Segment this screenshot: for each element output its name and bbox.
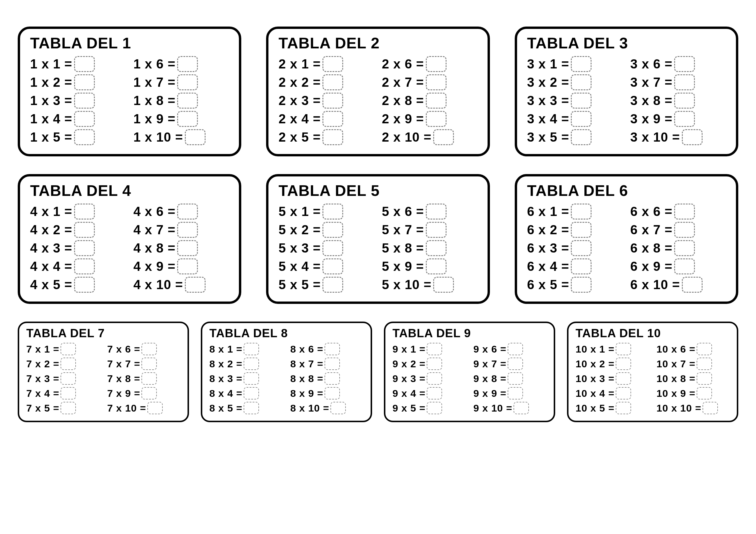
answer-box[interactable] [674,222,695,238]
answer-box[interactable] [61,387,76,399]
answer-box[interactable] [426,240,446,256]
answer-box[interactable] [61,358,76,370]
answer-box[interactable] [142,387,157,399]
answer-box[interactable] [571,240,591,256]
answer-box[interactable] [433,277,454,293]
answer-box[interactable] [674,93,695,109]
answer-box[interactable] [571,204,591,219]
answer-box[interactable] [427,402,442,414]
answer-box[interactable] [508,343,523,355]
answer-box[interactable] [185,277,205,293]
answer-box[interactable] [74,74,95,90]
answer-box[interactable] [674,258,695,274]
answer-box[interactable] [426,56,446,72]
answer-box[interactable] [325,387,340,399]
answer-box[interactable] [674,204,695,219]
answer-box[interactable] [177,204,198,219]
answer-box[interactable] [244,358,259,370]
answer-box[interactable] [322,240,343,256]
answer-box[interactable] [674,74,695,90]
answer-box[interactable] [508,387,523,399]
answer-box[interactable] [148,402,163,414]
answer-box[interactable] [697,387,712,399]
answer-box[interactable] [426,222,446,238]
answer-box[interactable] [325,358,340,370]
answer-box[interactable] [427,358,442,370]
answer-box[interactable] [426,74,446,90]
answer-box[interactable] [674,56,695,72]
answer-box[interactable] [682,129,703,145]
answer-box[interactable] [74,222,95,238]
answer-box[interactable] [674,240,695,256]
answer-box[interactable] [322,258,343,274]
answer-box[interactable] [616,402,631,414]
answer-box[interactable] [571,56,591,72]
answer-box[interactable] [325,372,340,385]
answer-box[interactable] [682,277,703,293]
answer-box[interactable] [142,358,157,370]
answer-box[interactable] [571,111,591,127]
answer-box[interactable] [74,111,95,127]
answer-box[interactable] [74,204,95,219]
answer-box[interactable] [142,343,157,355]
answer-box[interactable] [571,129,591,145]
answer-box[interactable] [244,402,259,414]
answer-box[interactable] [571,258,591,274]
answer-box[interactable] [177,56,198,72]
answer-box[interactable] [177,240,198,256]
answer-box[interactable] [571,222,591,238]
answer-box[interactable] [74,258,95,274]
answer-box[interactable] [244,387,259,399]
answer-box[interactable] [61,343,76,355]
answer-box[interactable] [177,93,198,109]
answer-box[interactable] [74,129,95,145]
answer-box[interactable] [322,277,343,293]
answer-box[interactable] [616,372,631,385]
answer-box[interactable] [322,111,343,127]
answer-box[interactable] [177,74,198,90]
answer-box[interactable] [244,343,259,355]
answer-box[interactable] [427,343,442,355]
answer-box[interactable] [74,277,95,293]
answer-box[interactable] [508,372,523,385]
answer-box[interactable] [185,129,205,145]
answer-box[interactable] [322,93,343,109]
answer-box[interactable] [74,240,95,256]
answer-box[interactable] [697,372,712,385]
answer-box[interactable] [74,93,95,109]
answer-box[interactable] [697,358,712,370]
answer-box[interactable] [177,111,198,127]
answer-box[interactable] [433,129,454,145]
answer-box[interactable] [426,93,446,109]
answer-box[interactable] [61,402,76,414]
answer-box[interactable] [427,372,442,385]
answer-box[interactable] [177,222,198,238]
answer-box[interactable] [426,204,446,219]
answer-box[interactable] [616,358,631,370]
answer-box[interactable] [514,402,529,414]
answer-box[interactable] [426,258,446,274]
answer-box[interactable] [508,358,523,370]
answer-box[interactable] [571,93,591,109]
answer-box[interactable] [322,56,343,72]
answer-box[interactable] [142,372,157,385]
answer-box[interactable] [571,74,591,90]
answer-box[interactable] [703,402,718,414]
answer-box[interactable] [244,372,259,385]
answer-box[interactable] [322,204,343,219]
answer-box[interactable] [616,343,631,355]
answer-box[interactable] [61,372,76,385]
answer-box[interactable] [426,111,446,127]
answer-box[interactable] [616,387,631,399]
answer-box[interactable] [74,56,95,72]
answer-box[interactable] [322,129,343,145]
answer-box[interactable] [325,343,340,355]
answer-box[interactable] [322,222,343,238]
answer-box[interactable] [177,258,198,274]
answer-box[interactable] [571,277,591,293]
answer-box[interactable] [427,387,442,399]
answer-box[interactable] [322,74,343,90]
answer-box[interactable] [331,402,346,414]
answer-box[interactable] [674,111,695,127]
answer-box[interactable] [697,343,712,355]
